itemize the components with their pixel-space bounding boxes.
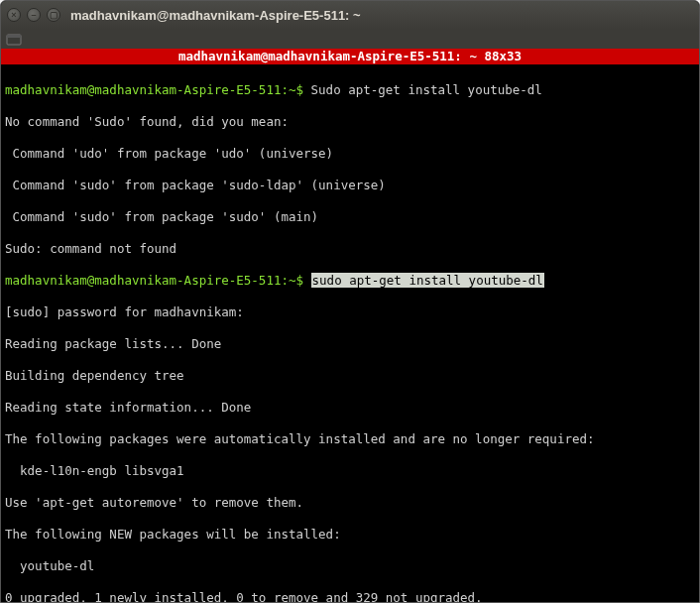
- prompt: madhavnikam@madhavnikam-Aspire-E5-511:~$: [5, 273, 311, 288]
- output-line: The following NEW packages will be insta…: [5, 527, 695, 543]
- terminal-area[interactable]: madhavnikam@madhavnikam-Aspire-E5-511:~$…: [1, 64, 699, 602]
- prompt: madhavnikam@madhavnikam-Aspire-E5-511:~$: [5, 82, 311, 97]
- new-tab-icon[interactable]: [5, 31, 23, 47]
- window-title: madhavnikam@madhavnikam-Aspire-E5-511: ~: [70, 8, 693, 23]
- output-line: The following packages were automaticall…: [5, 431, 695, 447]
- output-line: No command 'Sudo' found, did you mean:: [5, 114, 695, 130]
- output-line: Command 'udo' from package 'udo' (univer…: [5, 146, 695, 162]
- command-text: Sudo apt-get install youtube-dl: [311, 82, 542, 97]
- output-line: youtube-dl: [5, 558, 695, 574]
- menubar: [1, 29, 699, 49]
- output-line: Reading state information... Done: [5, 400, 695, 416]
- output-line: Building dependency tree: [5, 368, 695, 384]
- output-line: Command 'sudo' from package 'sudo-ldap' …: [5, 178, 695, 193]
- terminal-window: × – ▢ madhavnikam@madhavnikam-Aspire-E5-…: [0, 0, 700, 603]
- status-bar: madhavnikam@madhavnikam-Aspire-E5-511: ~…: [1, 49, 699, 64]
- svg-rect-1: [7, 35, 21, 38]
- output-line: Sudo: command not found: [5, 241, 695, 257]
- output-line: Command 'sudo' from package 'sudo' (main…: [5, 209, 695, 225]
- maximize-icon[interactable]: ▢: [47, 8, 60, 22]
- minimize-icon[interactable]: –: [27, 8, 41, 22]
- command-highlighted: sudo apt-get install youtube-dl: [311, 273, 544, 288]
- output-line: kde-l10n-engb libsvga1: [5, 463, 695, 479]
- window-controls: × – ▢: [7, 8, 60, 22]
- close-icon[interactable]: ×: [7, 8, 21, 22]
- output-line: Use 'apt-get autoremove' to remove them.: [5, 495, 695, 511]
- output-line: 0 upgraded, 1 newly installed, 0 to remo…: [5, 590, 695, 602]
- output-line: Reading package lists... Done: [5, 336, 695, 352]
- output-line: [sudo] password for madhavnikam:: [5, 304, 695, 320]
- titlebar[interactable]: × – ▢ madhavnikam@madhavnikam-Aspire-E5-…: [1, 1, 699, 29]
